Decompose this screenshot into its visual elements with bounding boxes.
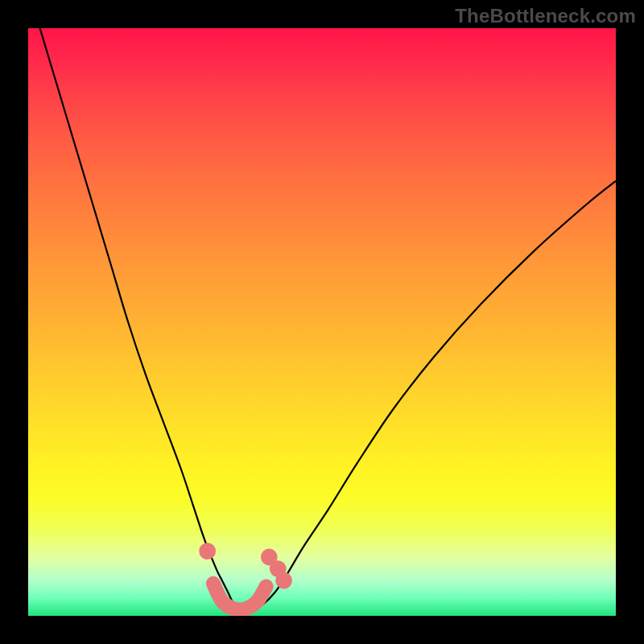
plot-area <box>28 28 616 616</box>
marker-dot <box>275 572 292 589</box>
marker-dot <box>199 543 216 559</box>
bottleneck-curve <box>40 28 616 610</box>
chart-svg <box>28 28 616 616</box>
highlight-segment <box>213 584 266 610</box>
chart-frame: TheBottleneck.com <box>0 0 644 644</box>
watermark-label: TheBottleneck.com <box>455 5 636 27</box>
